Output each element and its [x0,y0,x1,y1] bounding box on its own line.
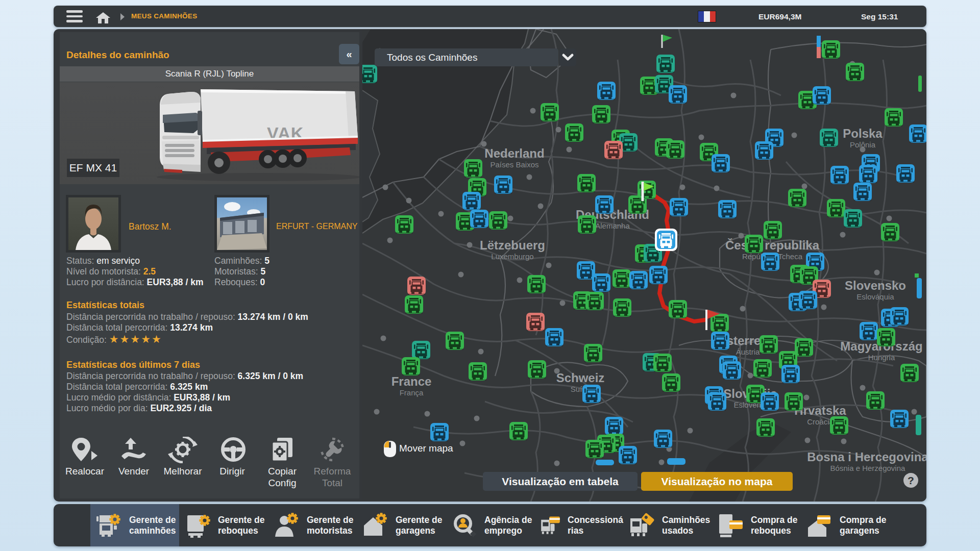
svg-text:França: França [400,388,424,397]
svg-text:Hungria: Hungria [868,353,895,362]
svg-text:Eslováquia: Eslováquia [856,292,894,301]
svg-text:Polônia: Polônia [850,140,876,149]
svg-text:Schweiz: Schweiz [556,371,605,385]
svg-text:Polska: Polska [843,127,883,140]
svg-text:Países Baixos: Países Baixos [490,160,538,169]
svg-text:Áustria: Áustria [736,347,760,356]
svg-text:Nederland: Nederland [484,146,544,160]
svg-text:Bosna i Hercegovina: Bosna i Hercegovina [807,450,926,464]
svg-text:Bósnia e Herzegovina: Bósnia e Herzegovina [830,464,905,472]
svg-text:Luxemburgo: Luxemburgo [491,252,533,261]
svg-text:France: France [391,374,432,388]
svg-text:Slovensko: Slovensko [845,279,906,292]
svg-text:Česká republika: Česká republika [725,238,820,252]
svg-text:Lëtzebuerg: Lëtzebuerg [480,238,545,252]
svg-text:Alemanha: Alemanha [595,221,630,230]
svg-text:Croácia: Croácia [807,417,834,426]
